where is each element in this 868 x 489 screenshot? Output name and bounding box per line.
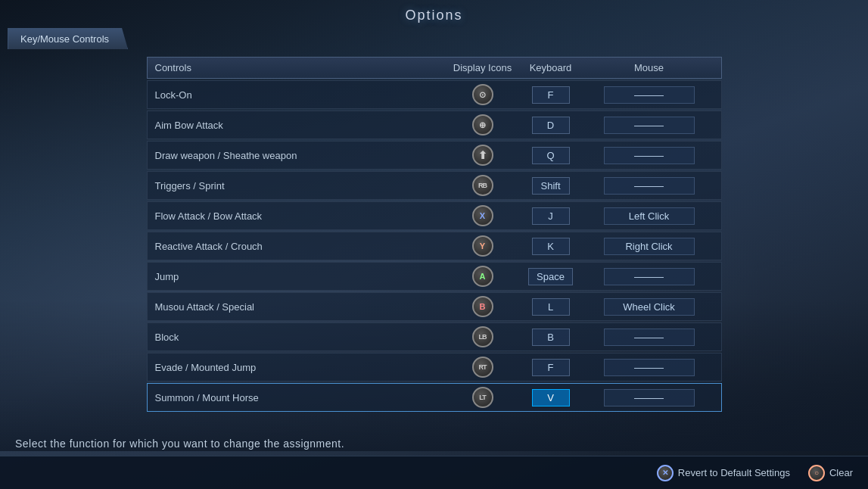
icon-jump: A xyxy=(449,266,517,287)
controls-table: Controls Display Icons Keyboard Mouse Lo… xyxy=(147,57,722,431)
page-title: Options xyxy=(0,0,868,28)
ui-container: Options Key/Mouse Controls Controls Disp… xyxy=(0,0,868,489)
label-jump: Jump xyxy=(155,271,449,282)
icon-triggers-sprint: RB xyxy=(449,175,517,196)
keyboard-reactive-attack: K xyxy=(517,238,585,255)
mouse-flow-attack: Left Click xyxy=(585,207,714,225)
keyboard-block: B xyxy=(517,329,585,346)
icon-circle-a: A xyxy=(472,266,493,287)
keyboard-musou-attack: L xyxy=(517,298,585,316)
row-block[interactable]: Block LB B ——— xyxy=(147,322,722,351)
clear-label: Clear xyxy=(829,467,853,478)
row-flow-attack[interactable]: Flow Attack / Bow Attack X J Left Click xyxy=(147,201,722,230)
table-body: Lock-On ⊙ F ——— Aim Bow Attack ⊕ xyxy=(147,80,722,431)
y-button-icon: ○ xyxy=(808,465,825,481)
status-bar: Select the function for which you want t… xyxy=(0,431,868,456)
icon-flow-attack: X xyxy=(449,205,517,226)
key-flow-attack: J xyxy=(532,207,570,225)
mouse-box-aim-bow: ——— xyxy=(604,117,695,134)
tab-key-mouse-controls[interactable]: Key/Mouse Controls xyxy=(8,28,128,49)
mouse-box-block: ——— xyxy=(604,329,695,346)
icon-draw-weapon: ⬆ xyxy=(449,145,517,166)
label-summon: Summon / Mount Horse xyxy=(155,392,449,403)
action-clear[interactable]: ○ Clear xyxy=(808,465,853,481)
icon-circle-lt: LT xyxy=(472,387,493,408)
icon-circle-sword: ⬆ xyxy=(472,145,493,166)
row-musou-attack[interactable]: Musou Attack / Special B L Wheel Click xyxy=(147,292,722,321)
key-aim-bow: D xyxy=(532,117,570,134)
row-aim-bow[interactable]: Aim Bow Attack ⊕ D ——— xyxy=(147,111,722,139)
content-area: Controls Display Icons Keyboard Mouse Lo… xyxy=(0,49,868,431)
key-reactive-attack: K xyxy=(532,238,570,255)
row-triggers-sprint[interactable]: Triggers / Sprint RB Shift ——— xyxy=(147,171,722,200)
revert-label: Revert to Default Settings xyxy=(678,467,790,478)
action-revert[interactable]: ✕ Revert to Default Settings xyxy=(657,465,790,481)
icon-reactive-attack: Y xyxy=(449,235,517,257)
mouse-triggers-sprint: ——— xyxy=(585,177,714,195)
mouse-evade: ——— xyxy=(585,359,714,376)
icon-circle-aim: ⊕ xyxy=(472,114,493,135)
mouse-box-evade: ——— xyxy=(604,359,695,376)
mouse-box-reactive-attack: Right Click xyxy=(604,238,695,255)
mouse-aim-bow: ——— xyxy=(585,117,714,134)
keyboard-evade: F xyxy=(517,359,585,376)
mouse-summon: ——— xyxy=(585,389,714,406)
mouse-reactive-attack: Right Click xyxy=(585,238,714,255)
icon-circle-lb: LB xyxy=(472,326,493,347)
label-aim-bow: Aim Bow Attack xyxy=(155,120,449,131)
icon-circle-rb: RB xyxy=(472,175,493,196)
label-triggers-sprint: Triggers / Sprint xyxy=(155,180,449,192)
label-evade: Evade / Mounted Jump xyxy=(155,362,449,373)
header-keyboard: Keyboard xyxy=(517,62,585,73)
keyboard-jump: Space xyxy=(517,268,585,285)
icon-lock-on: ⊙ xyxy=(449,84,517,105)
key-summon: V xyxy=(532,389,570,406)
keyboard-draw-weapon: Q xyxy=(517,147,585,164)
mouse-box-triggers-sprint: ——— xyxy=(604,177,695,195)
mouse-box-flow-attack: Left Click xyxy=(604,207,695,225)
label-block: Block xyxy=(155,332,449,343)
icon-summon: LT xyxy=(449,387,517,408)
key-musou-attack: L xyxy=(532,298,570,316)
keyboard-summon: V xyxy=(517,389,585,406)
label-draw-weapon: Draw weapon / Sheathe weapon xyxy=(155,150,449,161)
label-lock-on: Lock-On xyxy=(155,89,449,101)
key-jump: Space xyxy=(528,268,573,285)
icon-circle-y: Y xyxy=(472,235,493,257)
icon-circle-rt: RT xyxy=(472,357,493,378)
label-musou-attack: Musou Attack / Special xyxy=(155,301,449,313)
header-mouse: Mouse xyxy=(585,62,714,73)
icon-evade: RT xyxy=(449,357,517,378)
mouse-musou-attack: Wheel Click xyxy=(585,298,714,316)
header-controls: Controls xyxy=(155,62,449,73)
key-lock-on: F xyxy=(532,86,570,104)
mouse-box-musou-attack: Wheel Click xyxy=(604,298,695,316)
x-button-icon: ✕ xyxy=(657,465,674,481)
mouse-box-summon: ——— xyxy=(604,389,695,406)
row-evade[interactable]: Evade / Mounted Jump RT F ——— xyxy=(147,353,722,382)
tab-bar: Key/Mouse Controls xyxy=(0,28,868,49)
row-jump[interactable]: Jump A Space ——— xyxy=(147,262,722,291)
mouse-draw-weapon: ——— xyxy=(585,147,714,164)
mouse-box-jump: ——— xyxy=(604,268,695,285)
mouse-box-lock-on: ——— xyxy=(604,86,695,104)
icon-musou-attack: B xyxy=(449,296,517,317)
row-summon[interactable]: ▶ Summon / Mount Horse LT V ——— xyxy=(147,383,722,412)
key-evade: F xyxy=(532,359,570,376)
mouse-jump: ——— xyxy=(585,268,714,285)
icon-aim-bow: ⊕ xyxy=(449,114,517,135)
keyboard-triggers-sprint: Shift xyxy=(517,177,585,195)
bottom-bar: ✕ Revert to Default Settings ○ Clear xyxy=(0,456,868,489)
icon-circle-lock: ⊙ xyxy=(472,84,493,105)
key-block: B xyxy=(532,329,570,346)
icon-circle-x: X xyxy=(472,205,493,226)
row-lock-on[interactable]: Lock-On ⊙ F ——— xyxy=(147,80,722,109)
row-reactive-attack[interactable]: Reactive Attack / Crouch Y K Right Click xyxy=(147,232,722,260)
keyboard-aim-bow: D xyxy=(517,117,585,134)
header-display-icons: Display Icons xyxy=(449,62,517,73)
mouse-block: ——— xyxy=(585,329,714,346)
icon-block: LB xyxy=(449,326,517,347)
row-draw-weapon[interactable]: Draw weapon / Sheathe weapon ⬆ Q ——— xyxy=(147,141,722,170)
table-header: Controls Display Icons Keyboard Mouse xyxy=(147,57,722,79)
key-draw-weapon: Q xyxy=(532,147,570,164)
